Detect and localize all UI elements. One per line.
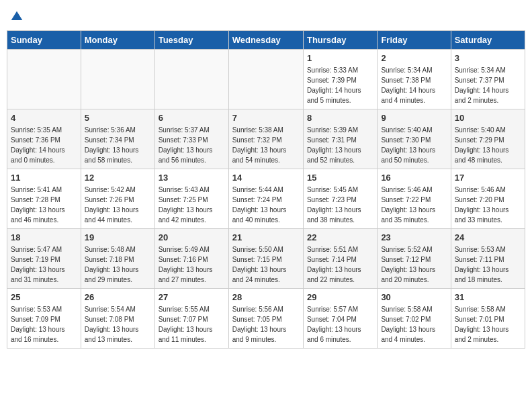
calendar-week-row: 11Sunrise: 5:41 AMSunset: 7:28 PMDayligh… — [7, 169, 525, 229]
day-number: 28 — [232, 292, 300, 302]
day-info: Sunrise: 5:43 AMSunset: 7:25 PMDaylight:… — [159, 185, 225, 225]
calendar-cell: 17Sunrise: 5:46 AMSunset: 7:20 PMDayligh… — [451, 169, 525, 229]
page-header — [7, 7, 525, 24]
day-info: Sunrise: 5:36 AMSunset: 7:34 PMDaylight:… — [85, 125, 151, 165]
calendar-cell: 27Sunrise: 5:55 AMSunset: 7:07 PMDayligh… — [154, 289, 228, 349]
day-info: Sunrise: 5:37 AMSunset: 7:33 PMDaylight:… — [159, 125, 225, 165]
calendar-cell — [81, 50, 154, 109]
day-number: 13 — [159, 173, 225, 183]
calendar-cell: 1Sunrise: 5:33 AMSunset: 7:39 PMDaylight… — [303, 50, 377, 109]
day-info: Sunrise: 5:33 AMSunset: 7:39 PMDaylight:… — [307, 65, 373, 105]
calendar-cell: 24Sunrise: 5:53 AMSunset: 7:11 PMDayligh… — [451, 229, 525, 289]
calendar-day-header: Friday — [378, 31, 451, 50]
day-number: 5 — [85, 113, 151, 123]
day-number: 19 — [85, 232, 151, 242]
day-info: Sunrise: 5:57 AMSunset: 7:04 PMDaylight:… — [307, 304, 373, 345]
calendar-table: SundayMondayTuesdayWednesdayThursdayFrid… — [7, 30, 525, 349]
calendar-day-header: Wednesday — [228, 31, 303, 50]
calendar-cell: 13Sunrise: 5:43 AMSunset: 7:25 PMDayligh… — [154, 169, 228, 229]
calendar-cell: 2Sunrise: 5:34 AMSunset: 7:38 PMDaylight… — [378, 50, 451, 109]
day-number: 8 — [307, 113, 373, 123]
day-number: 17 — [455, 173, 521, 183]
day-number: 6 — [159, 113, 225, 123]
day-number: 12 — [85, 173, 151, 183]
calendar-cell: 20Sunrise: 5:49 AMSunset: 7:16 PMDayligh… — [154, 229, 228, 289]
day-info: Sunrise: 5:52 AMSunset: 7:12 PMDaylight:… — [381, 244, 447, 285]
day-number: 11 — [11, 173, 77, 183]
calendar-cell: 4Sunrise: 5:35 AMSunset: 7:36 PMDaylight… — [7, 109, 81, 169]
day-info: Sunrise: 5:51 AMSunset: 7:14 PMDaylight:… — [307, 244, 373, 285]
calendar-cell: 22Sunrise: 5:51 AMSunset: 7:14 PMDayligh… — [303, 229, 377, 289]
day-info: Sunrise: 5:50 AMSunset: 7:15 PMDaylight:… — [232, 244, 300, 285]
logo-icon — [10, 10, 24, 24]
calendar-cell: 9Sunrise: 5:40 AMSunset: 7:30 PMDaylight… — [378, 109, 451, 169]
day-info: Sunrise: 5:42 AMSunset: 7:26 PMDaylight:… — [85, 185, 151, 225]
day-info: Sunrise: 5:46 AMSunset: 7:20 PMDaylight:… — [455, 185, 521, 225]
day-number: 27 — [159, 292, 225, 302]
day-number: 20 — [159, 232, 225, 242]
day-number: 15 — [307, 173, 373, 183]
calendar-cell: 5Sunrise: 5:36 AMSunset: 7:34 PMDaylight… — [81, 109, 154, 169]
calendar-cell: 29Sunrise: 5:57 AMSunset: 7:04 PMDayligh… — [303, 289, 377, 349]
calendar-cell — [7, 50, 81, 109]
day-number: 31 — [455, 292, 521, 302]
calendar-cell: 11Sunrise: 5:41 AMSunset: 7:28 PMDayligh… — [7, 169, 81, 229]
calendar-cell: 16Sunrise: 5:46 AMSunset: 7:22 PMDayligh… — [378, 169, 451, 229]
calendar-week-row: 18Sunrise: 5:47 AMSunset: 7:19 PMDayligh… — [7, 229, 525, 289]
day-info: Sunrise: 5:34 AMSunset: 7:38 PMDaylight:… — [381, 65, 447, 105]
day-info: Sunrise: 5:53 AMSunset: 7:11 PMDaylight:… — [455, 244, 521, 285]
day-info: Sunrise: 5:46 AMSunset: 7:22 PMDaylight:… — [381, 185, 447, 225]
day-info: Sunrise: 5:34 AMSunset: 7:37 PMDaylight:… — [455, 65, 521, 105]
day-number: 3 — [455, 53, 521, 63]
calendar-cell: 30Sunrise: 5:58 AMSunset: 7:02 PMDayligh… — [378, 289, 451, 349]
day-number: 7 — [232, 113, 300, 123]
calendar-week-row: 25Sunrise: 5:53 AMSunset: 7:09 PMDayligh… — [7, 289, 525, 349]
calendar-cell: 23Sunrise: 5:52 AMSunset: 7:12 PMDayligh… — [378, 229, 451, 289]
day-info: Sunrise: 5:38 AMSunset: 7:32 PMDaylight:… — [232, 125, 300, 165]
day-info: Sunrise: 5:44 AMSunset: 7:24 PMDaylight:… — [232, 185, 300, 225]
day-number: 1 — [307, 53, 373, 63]
day-number: 4 — [11, 113, 77, 123]
calendar-cell: 18Sunrise: 5:47 AMSunset: 7:19 PMDayligh… — [7, 229, 81, 289]
calendar-cell: 8Sunrise: 5:39 AMSunset: 7:31 PMDaylight… — [303, 109, 377, 169]
day-number: 16 — [381, 173, 447, 183]
day-number: 21 — [232, 232, 300, 242]
calendar-cell: 26Sunrise: 5:54 AMSunset: 7:08 PMDayligh… — [81, 289, 154, 349]
day-number: 29 — [307, 292, 373, 302]
calendar-week-row: 4Sunrise: 5:35 AMSunset: 7:36 PMDaylight… — [7, 109, 525, 169]
calendar-day-header: Monday — [81, 31, 154, 50]
day-info: Sunrise: 5:48 AMSunset: 7:18 PMDaylight:… — [85, 244, 151, 285]
day-info: Sunrise: 5:35 AMSunset: 7:36 PMDaylight:… — [11, 125, 77, 165]
day-info: Sunrise: 5:45 AMSunset: 7:23 PMDaylight:… — [307, 185, 373, 225]
calendar-cell: 21Sunrise: 5:50 AMSunset: 7:15 PMDayligh… — [228, 229, 303, 289]
calendar-cell — [228, 50, 303, 109]
day-info: Sunrise: 5:40 AMSunset: 7:30 PMDaylight:… — [381, 125, 447, 165]
day-number: 9 — [381, 113, 447, 123]
day-number: 22 — [307, 232, 373, 242]
day-info: Sunrise: 5:56 AMSunset: 7:05 PMDaylight:… — [232, 304, 300, 345]
calendar-cell: 3Sunrise: 5:34 AMSunset: 7:37 PMDaylight… — [451, 50, 525, 109]
day-number: 23 — [381, 232, 447, 242]
calendar-cell: 19Sunrise: 5:48 AMSunset: 7:18 PMDayligh… — [81, 229, 154, 289]
calendar-cell: 31Sunrise: 5:58 AMSunset: 7:01 PMDayligh… — [451, 289, 525, 349]
day-info: Sunrise: 5:54 AMSunset: 7:08 PMDaylight:… — [85, 304, 151, 345]
day-number: 14 — [232, 173, 300, 183]
calendar-cell: 6Sunrise: 5:37 AMSunset: 7:33 PMDaylight… — [154, 109, 228, 169]
calendar-cell: 7Sunrise: 5:38 AMSunset: 7:32 PMDaylight… — [228, 109, 303, 169]
day-number: 26 — [85, 292, 151, 302]
day-info: Sunrise: 5:40 AMSunset: 7:29 PMDaylight:… — [455, 125, 521, 165]
logo — [10, 10, 29, 24]
calendar-header-row: SundayMondayTuesdayWednesdayThursdayFrid… — [7, 31, 525, 50]
calendar-cell: 12Sunrise: 5:42 AMSunset: 7:26 PMDayligh… — [81, 169, 154, 229]
calendar-day-header: Thursday — [303, 31, 377, 50]
calendar-day-header: Saturday — [451, 31, 525, 50]
day-number: 10 — [455, 113, 521, 123]
calendar-cell: 28Sunrise: 5:56 AMSunset: 7:05 PMDayligh… — [228, 289, 303, 349]
day-info: Sunrise: 5:58 AMSunset: 7:02 PMDaylight:… — [381, 304, 447, 345]
day-info: Sunrise: 5:55 AMSunset: 7:07 PMDaylight:… — [159, 304, 225, 345]
day-info: Sunrise: 5:58 AMSunset: 7:01 PMDaylight:… — [455, 304, 521, 345]
day-number: 25 — [11, 292, 77, 302]
calendar-cell: 25Sunrise: 5:53 AMSunset: 7:09 PMDayligh… — [7, 289, 81, 349]
calendar-day-header: Tuesday — [154, 31, 228, 50]
day-number: 2 — [381, 53, 447, 63]
